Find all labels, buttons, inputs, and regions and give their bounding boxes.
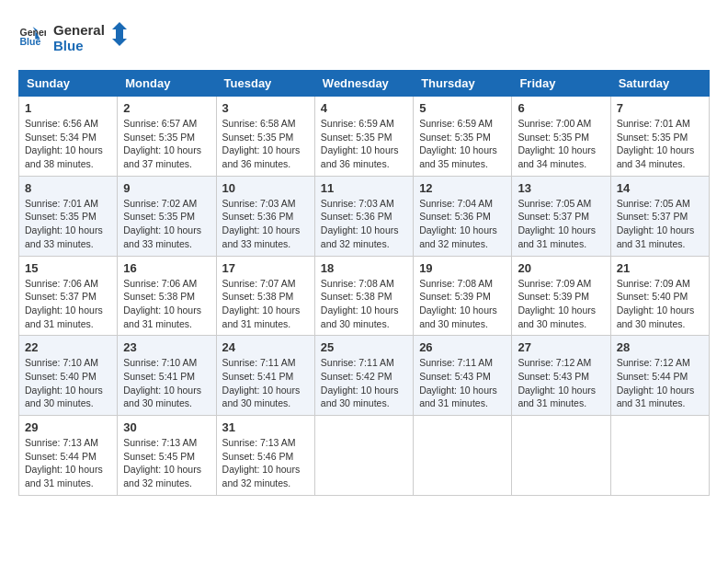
day-number: 11 <box>321 181 407 195</box>
logo-icon: General Blue <box>18 23 46 51</box>
calendar-cell: 21 Sunrise: 7:09 AMSunset: 5:40 PMDaylig… <box>610 256 709 336</box>
column-header-thursday: Thursday <box>414 71 512 97</box>
day-info: Sunrise: 6:59 AMSunset: 5:35 PMDaylight:… <box>321 117 407 171</box>
day-info: Sunrise: 6:57 AMSunset: 5:35 PMDaylight:… <box>123 117 210 171</box>
column-header-friday: Friday <box>512 71 610 97</box>
column-header-tuesday: Tuesday <box>216 71 314 97</box>
day-number: 17 <box>222 261 309 275</box>
svg-text:General: General <box>53 22 105 38</box>
day-info: Sunrise: 7:09 AMSunset: 5:40 PMDaylight:… <box>617 277 703 331</box>
day-info: Sunrise: 7:06 AMSunset: 5:38 PMDaylight:… <box>123 277 210 331</box>
day-number: 19 <box>419 261 506 275</box>
day-info: Sunrise: 7:11 AMSunset: 5:42 PMDaylight:… <box>321 356 407 410</box>
day-info: Sunrise: 7:05 AMSunset: 5:37 PMDaylight:… <box>518 197 604 251</box>
calendar-cell: 13 Sunrise: 7:05 AMSunset: 5:37 PMDaylig… <box>512 176 610 256</box>
day-info: Sunrise: 7:13 AMSunset: 5:45 PMDaylight:… <box>123 436 210 490</box>
svg-marker-5 <box>112 22 127 46</box>
day-number: 2 <box>123 101 210 115</box>
day-info: Sunrise: 7:02 AMSunset: 5:35 PMDaylight:… <box>123 197 210 251</box>
day-info: Sunrise: 7:12 AMSunset: 5:44 PMDaylight:… <box>617 356 703 410</box>
day-info: Sunrise: 7:07 AMSunset: 5:38 PMDaylight:… <box>222 277 309 331</box>
calendar-cell: 22 Sunrise: 7:10 AMSunset: 5:40 PMDaylig… <box>19 336 118 416</box>
day-info: Sunrise: 7:10 AMSunset: 5:41 PMDaylight:… <box>123 356 210 410</box>
calendar-cell: 4 Sunrise: 6:59 AMSunset: 5:35 PMDayligh… <box>314 97 413 177</box>
calendar-week-row: 22 Sunrise: 7:10 AMSunset: 5:40 PMDaylig… <box>19 336 710 416</box>
day-info: Sunrise: 7:05 AMSunset: 5:37 PMDaylight:… <box>617 197 703 251</box>
day-number: 5 <box>419 101 506 115</box>
day-number: 27 <box>518 340 604 354</box>
day-number: 13 <box>518 181 604 195</box>
day-info: Sunrise: 6:58 AMSunset: 5:35 PMDaylight:… <box>222 117 309 171</box>
calendar-cell: 8 Sunrise: 7:01 AMSunset: 5:35 PMDayligh… <box>19 176 118 256</box>
logo-svg: General Blue <box>53 18 127 55</box>
calendar-cell: 30 Sunrise: 7:13 AMSunset: 5:45 PMDaylig… <box>118 416 216 496</box>
day-number: 18 <box>321 261 407 275</box>
calendar-cell: 12 Sunrise: 7:04 AMSunset: 5:36 PMDaylig… <box>414 176 512 256</box>
day-number: 28 <box>617 340 703 354</box>
calendar-cell: 26 Sunrise: 7:11 AMSunset: 5:43 PMDaylig… <box>414 336 512 416</box>
day-number: 12 <box>419 181 506 195</box>
calendar-cell <box>314 416 413 496</box>
header: General Blue General Blue <box>18 18 710 55</box>
day-number: 29 <box>25 420 111 434</box>
day-info: Sunrise: 7:04 AMSunset: 5:36 PMDaylight:… <box>419 197 506 251</box>
calendar-week-row: 8 Sunrise: 7:01 AMSunset: 5:35 PMDayligh… <box>19 176 710 256</box>
day-info: Sunrise: 7:12 AMSunset: 5:43 PMDaylight:… <box>518 356 604 410</box>
day-number: 15 <box>25 261 111 275</box>
calendar-header-row: SundayMondayTuesdayWednesdayThursdayFrid… <box>19 71 710 97</box>
calendar-cell: 29 Sunrise: 7:13 AMSunset: 5:44 PMDaylig… <box>19 416 118 496</box>
day-number: 20 <box>518 261 604 275</box>
calendar-cell: 6 Sunrise: 7:00 AMSunset: 5:35 PMDayligh… <box>512 97 610 177</box>
calendar-cell: 1 Sunrise: 6:56 AMSunset: 5:34 PMDayligh… <box>19 97 118 177</box>
day-info: Sunrise: 7:13 AMSunset: 5:46 PMDaylight:… <box>222 436 309 490</box>
day-number: 26 <box>419 340 506 354</box>
calendar-cell: 27 Sunrise: 7:12 AMSunset: 5:43 PMDaylig… <box>512 336 610 416</box>
day-number: 7 <box>617 101 703 115</box>
day-number: 25 <box>321 340 407 354</box>
calendar-cell: 5 Sunrise: 6:59 AMSunset: 5:35 PMDayligh… <box>414 97 512 177</box>
column-header-monday: Monday <box>118 71 216 97</box>
calendar-cell: 23 Sunrise: 7:10 AMSunset: 5:41 PMDaylig… <box>118 336 216 416</box>
column-header-sunday: Sunday <box>19 71 118 97</box>
day-info: Sunrise: 7:13 AMSunset: 5:44 PMDaylight:… <box>25 436 111 490</box>
day-info: Sunrise: 7:01 AMSunset: 5:35 PMDaylight:… <box>25 197 111 251</box>
column-header-saturday: Saturday <box>610 71 709 97</box>
day-number: 16 <box>123 261 210 275</box>
day-number: 22 <box>25 340 111 354</box>
day-info: Sunrise: 7:10 AMSunset: 5:40 PMDaylight:… <box>25 356 111 410</box>
day-info: Sunrise: 7:03 AMSunset: 5:36 PMDaylight:… <box>222 197 309 251</box>
day-info: Sunrise: 7:06 AMSunset: 5:37 PMDaylight:… <box>25 277 111 331</box>
day-info: Sunrise: 7:03 AMSunset: 5:36 PMDaylight:… <box>321 197 407 251</box>
calendar: SundayMondayTuesdayWednesdayThursdayFrid… <box>18 70 710 496</box>
day-info: Sunrise: 7:08 AMSunset: 5:39 PMDaylight:… <box>419 277 506 331</box>
calendar-cell: 20 Sunrise: 7:09 AMSunset: 5:39 PMDaylig… <box>512 256 610 336</box>
day-info: Sunrise: 7:11 AMSunset: 5:43 PMDaylight:… <box>419 356 506 410</box>
calendar-week-row: 29 Sunrise: 7:13 AMSunset: 5:44 PMDaylig… <box>19 416 710 496</box>
day-info: Sunrise: 6:56 AMSunset: 5:34 PMDaylight:… <box>25 117 111 171</box>
calendar-cell: 3 Sunrise: 6:58 AMSunset: 5:35 PMDayligh… <box>216 97 314 177</box>
calendar-cell: 17 Sunrise: 7:07 AMSunset: 5:38 PMDaylig… <box>216 256 314 336</box>
day-info: Sunrise: 7:09 AMSunset: 5:39 PMDaylight:… <box>518 277 604 331</box>
calendar-cell <box>512 416 610 496</box>
calendar-cell: 16 Sunrise: 7:06 AMSunset: 5:38 PMDaylig… <box>118 256 216 336</box>
day-number: 8 <box>25 181 111 195</box>
calendar-cell <box>414 416 512 496</box>
day-number: 6 <box>518 101 604 115</box>
calendar-cell <box>610 416 709 496</box>
calendar-cell: 11 Sunrise: 7:03 AMSunset: 5:36 PMDaylig… <box>314 176 413 256</box>
day-number: 31 <box>222 420 309 434</box>
calendar-cell: 10 Sunrise: 7:03 AMSunset: 5:36 PMDaylig… <box>216 176 314 256</box>
calendar-cell: 19 Sunrise: 7:08 AMSunset: 5:39 PMDaylig… <box>414 256 512 336</box>
day-number: 3 <box>222 101 309 115</box>
calendar-week-row: 1 Sunrise: 6:56 AMSunset: 5:34 PMDayligh… <box>19 97 710 177</box>
column-header-wednesday: Wednesday <box>314 71 413 97</box>
calendar-cell: 2 Sunrise: 6:57 AMSunset: 5:35 PMDayligh… <box>118 97 216 177</box>
calendar-cell: 31 Sunrise: 7:13 AMSunset: 5:46 PMDaylig… <box>216 416 314 496</box>
calendar-cell: 25 Sunrise: 7:11 AMSunset: 5:42 PMDaylig… <box>314 336 413 416</box>
calendar-cell: 28 Sunrise: 7:12 AMSunset: 5:44 PMDaylig… <box>610 336 709 416</box>
calendar-cell: 18 Sunrise: 7:08 AMSunset: 5:38 PMDaylig… <box>314 256 413 336</box>
day-number: 24 <box>222 340 309 354</box>
day-info: Sunrise: 7:00 AMSunset: 5:35 PMDaylight:… <box>518 117 604 171</box>
day-number: 30 <box>123 420 210 434</box>
day-info: Sunrise: 7:08 AMSunset: 5:38 PMDaylight:… <box>321 277 407 331</box>
